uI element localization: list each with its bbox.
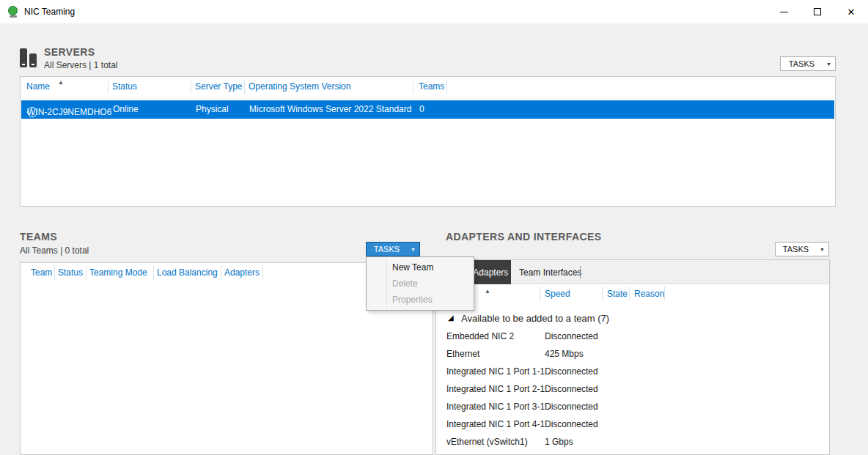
column-separator <box>413 79 413 94</box>
adapter-name: Integrated NIC 1 Port 3-1 <box>446 402 545 412</box>
adapter-speed: Disconnected <box>545 402 598 412</box>
group-label: Available to be added to a team (7) <box>461 313 609 324</box>
server-teams-count: 0 <box>419 104 424 114</box>
adapters-table-header: ▲ Speed State Reason <box>436 284 829 303</box>
close-icon: ✕ <box>847 7 856 18</box>
sort-ascending-icon: ▲ <box>485 289 490 295</box>
adapter-speed: Disconnected <box>545 331 598 341</box>
server-type: Physical <box>196 104 229 114</box>
adapter-speed: 425 Mbps <box>545 349 584 359</box>
minimize-icon <box>780 12 788 12</box>
adapter-row[interactable]: Ethernet 425 Mbps <box>436 345 829 363</box>
group-expander-icon: ◢ <box>448 314 454 322</box>
app-icon-globe <box>8 6 18 15</box>
adapters-panel: Network Adapters Team Interfaces ▲ Speed… <box>435 259 830 455</box>
column-header-team[interactable]: Team <box>31 267 52 278</box>
chevron-down-icon: ▼ <box>816 243 828 256</box>
adapter-name: Integrated NIC 1 Port 4-1 <box>446 419 545 429</box>
sort-ascending-icon: ▲ <box>58 80 64 86</box>
minimize-button[interactable] <box>767 0 801 23</box>
servers-tasks-button[interactable]: TASKS ▼ <box>780 56 836 71</box>
adapter-row[interactable]: Integrated NIC 1 Port 1-1 Disconnected <box>436 363 829 380</box>
adapter-row[interactable]: Integrated NIC 1 Port 2-1 Disconnected <box>436 380 829 398</box>
servers-table-header: Name ▲ Status Server Type Operating Syst… <box>21 77 835 97</box>
app-icon <box>7 6 19 18</box>
column-header-status[interactable]: Status <box>112 81 137 92</box>
adapter-speed: Disconnected <box>545 366 598 377</box>
teams-tasks-button[interactable]: TASKS ▼ <box>366 242 420 256</box>
servers-icon-dot <box>32 64 34 65</box>
adapter-name: vEthernet (vSwitch1) <box>446 437 528 447</box>
adapter-row[interactable]: Integrated NIC 1 Port 4-1 Disconnected <box>436 415 829 433</box>
title-bar[interactable]: NIC Teaming ✕ <box>0 0 868 23</box>
column-separator <box>108 79 108 94</box>
adapters-tabs-strip: Network Adapters Team Interfaces <box>436 260 829 284</box>
close-button[interactable]: ✕ <box>834 0 868 23</box>
adapter-row[interactable]: Embedded NIC 2 Disconnected <box>436 328 829 345</box>
adapter-speed: Disconnected <box>545 384 598 394</box>
column-header-server-type[interactable]: Server Type <box>195 81 242 92</box>
server-status: Online <box>113 104 139 114</box>
column-header-speed[interactable]: Speed <box>545 289 570 299</box>
adapter-speed: Disconnected <box>545 419 598 429</box>
servers-icon-bar <box>29 53 37 67</box>
menu-item-new-team[interactable]: New Team <box>367 259 473 275</box>
servers-icon <box>20 47 39 69</box>
adapter-row[interactable]: vEthernet (vSwitch1) 1 Gbps <box>436 433 829 451</box>
window-title: NIC Teaming <box>24 7 75 17</box>
column-header-status[interactable]: Status <box>58 267 83 278</box>
servers-tasks-label: TASKS <box>781 59 823 68</box>
column-separator <box>602 286 603 301</box>
adapters-tasks-label: TASKS <box>776 245 816 254</box>
column-separator <box>446 79 447 94</box>
servers-heading: SERVERS <box>44 46 95 58</box>
chevron-down-icon: ▼ <box>407 243 419 256</box>
nic-teaming-window: NIC Teaming ✕ SERVERS All Servers | 1 to… <box>0 0 868 455</box>
adapter-name: Integrated NIC 1 Port 1-1 <box>446 366 545 377</box>
column-header-name[interactable]: Name <box>26 81 50 92</box>
column-separator <box>221 265 221 280</box>
column-separator <box>153 265 154 280</box>
column-separator <box>664 286 665 301</box>
adapters-tasks-button[interactable]: TASKS ▼ <box>775 242 829 256</box>
adapter-speed: 1 Gbps <box>545 437 573 447</box>
column-separator <box>86 265 87 280</box>
server-name: WIN-2CJ9NEMDHO6 <box>27 107 111 117</box>
adapter-name: Integrated NIC 1 Port 2-1 <box>446 384 545 394</box>
server-row-selected[interactable]: WIN-2CJ9NEMDHO6 ↑ Online Physical Micros… <box>21 100 834 119</box>
maximize-button[interactable] <box>801 0 834 23</box>
column-header-reason[interactable]: Reason <box>634 289 664 299</box>
maximize-icon <box>814 8 821 15</box>
column-header-load-balancing[interactable]: Load Balancing <box>157 267 218 278</box>
adapter-row[interactable]: Integrated NIC 1 Port 3-1 Disconnected <box>436 398 829 415</box>
tab-team-interfaces[interactable]: Team Interfaces <box>512 260 588 284</box>
teams-subtitle: All Teams | 0 total <box>20 245 89 256</box>
column-header-os-version[interactable]: Operating System Version <box>249 81 350 92</box>
column-separator <box>262 265 263 280</box>
teams-tasks-label: TASKS <box>367 245 407 254</box>
column-header-state[interactable]: State <box>607 289 628 299</box>
servers-icon-dot <box>22 64 25 65</box>
tab-separator <box>580 266 581 278</box>
adapter-name: Ethernet <box>446 349 479 359</box>
column-separator <box>54 265 55 280</box>
server-os-version: Microsoft Windows Server 2022 Standard <box>249 104 411 114</box>
menu-item-delete: Delete <box>367 275 473 292</box>
server-online-arrow-icon: ↑ <box>27 107 37 117</box>
column-separator <box>191 79 191 94</box>
adapters-heading: ADAPTERS AND INTERFACES <box>446 231 601 243</box>
adapter-group-header[interactable]: ◢ Available to be added to a team (7) <box>436 310 829 328</box>
servers-table: Name ▲ Status Server Type Operating Syst… <box>20 76 836 207</box>
column-header-teaming-mode[interactable]: Teaming Mode <box>89 267 147 278</box>
chevron-down-icon: ▼ <box>823 57 835 70</box>
column-header-teams[interactable]: Teams <box>419 81 444 92</box>
teams-tasks-menu: New Team Delete Properties <box>366 256 474 311</box>
teams-heading: TEAMS <box>20 231 57 243</box>
column-separator <box>540 286 540 301</box>
column-separator <box>244 79 245 94</box>
column-separator <box>629 286 630 301</box>
app-icon-base <box>10 15 17 18</box>
adapter-name: Embedded NIC 2 <box>446 331 514 341</box>
servers-subtitle: All Servers | 1 total <box>44 60 118 70</box>
column-header-adapters[interactable]: Adapters <box>224 267 260 278</box>
